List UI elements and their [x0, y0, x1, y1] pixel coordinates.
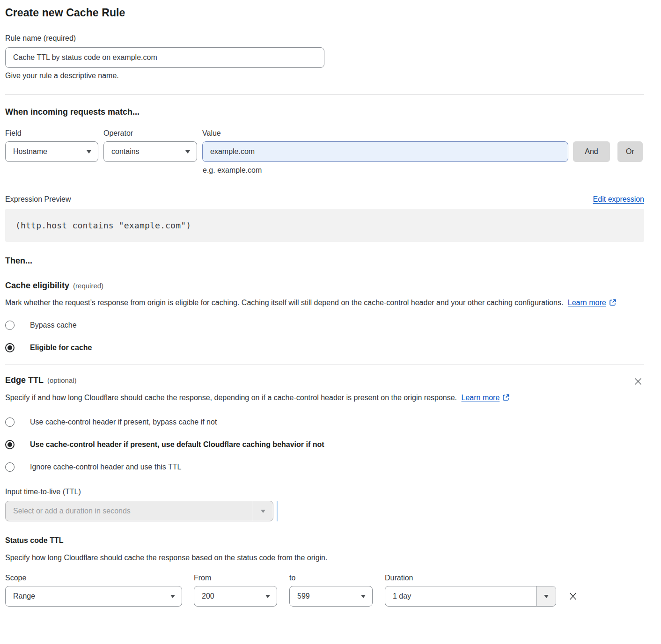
value-help: e.g. example.com	[5, 166, 644, 175]
expression-preview-label: Expression Preview	[5, 195, 71, 204]
rule-name-label: Rule name (required)	[5, 34, 644, 43]
radio-circle-checked-icon[interactable]	[5, 440, 15, 449]
chevron-down-icon	[361, 595, 366, 598]
duration-label: Duration	[385, 574, 413, 582]
expression-code-text: (http.host contains "example.com")	[15, 220, 191, 230]
delete-row-icon[interactable]	[567, 591, 579, 602]
radio-circle-icon[interactable]	[5, 417, 15, 427]
field-label: Field	[5, 129, 103, 138]
duration-select-value: 1 day	[385, 586, 536, 606]
expression-preview-code: (http.host contains "example.com")	[5, 209, 644, 242]
edge-ttl-description: Specify if and how long Cloudflare shoul…	[5, 391, 522, 405]
radio-label: Use cache-control header if present, use…	[30, 440, 324, 449]
cache-eligibility-description-text: Mark whether the request’s response from…	[5, 299, 563, 307]
chevron-down-icon	[87, 150, 91, 154]
value-label: Value	[202, 129, 221, 138]
rule-name-input[interactable]	[5, 47, 324, 68]
to-select[interactable]: 599	[289, 586, 373, 607]
operator-select-value: contains	[111, 147, 140, 156]
operator-label: Operator	[103, 129, 202, 138]
chevron-down-icon	[261, 510, 265, 513]
status-code-ttl-description: Specify how long Cloudflare should cache…	[5, 551, 644, 564]
dropdown-arrow-button[interactable]	[536, 586, 556, 606]
radio-label: Bypass cache	[30, 321, 77, 329]
radio-use-header-default[interactable]: Use cache-control header if present, use…	[5, 440, 644, 449]
radio-bypass-cache[interactable]: Bypass cache	[5, 321, 644, 330]
edge-ttl-heading: Edge TTL	[5, 375, 44, 385]
radio-use-header-bypass[interactable]: Use cache-control header if present, byp…	[5, 417, 644, 427]
from-select[interactable]: 200	[194, 586, 277, 607]
duration-select[interactable]: 1 day	[385, 586, 556, 607]
value-input[interactable]	[202, 141, 568, 162]
rule-name-help: Give your rule a descriptive name.	[5, 72, 644, 80]
page-title: Create new Cache Rule	[5, 7, 644, 19]
operator-select[interactable]: contains	[103, 141, 197, 162]
chevron-down-icon	[544, 595, 549, 598]
radio-circle-checked-icon[interactable]	[5, 343, 15, 352]
create-cache-rule-form: Create new Cache Rule Rule name (require…	[0, 0, 661, 607]
cache-eligibility-heading: Cache eligibility	[5, 281, 69, 290]
dropdown-arrow-button[interactable]	[253, 501, 273, 521]
chevron-down-icon	[185, 150, 190, 154]
ttl-duration-placeholder: Select or add a duration in seconds	[6, 507, 253, 515]
and-button[interactable]: And	[573, 141, 610, 162]
section-divider	[5, 95, 644, 95]
to-select-value: 599	[297, 592, 310, 600]
radio-eligible-for-cache[interactable]: Eligible for cache	[5, 343, 644, 352]
close-icon[interactable]	[632, 375, 644, 388]
section-divider	[5, 365, 644, 365]
chevron-down-icon	[265, 595, 270, 598]
radio-ignore-header[interactable]: Ignore cache-control header and use this…	[5, 462, 644, 472]
radio-circle-icon[interactable]	[5, 321, 15, 330]
external-link-icon	[609, 297, 617, 310]
from-label: From	[194, 574, 289, 582]
external-link-icon	[502, 392, 510, 405]
radio-circle-icon[interactable]	[5, 462, 15, 472]
match-heading: When incoming requests match...	[5, 107, 644, 117]
edge-ttl-learn-more-link[interactable]: Learn more	[462, 394, 500, 402]
cache-eligibility-description: Mark whether the request’s response from…	[5, 296, 635, 310]
edit-expression-link[interactable]: Edit expression	[593, 195, 644, 204]
cache-eligibility-learn-more-link[interactable]: Learn more	[568, 299, 606, 307]
radio-label: Ignore cache-control header and use this…	[30, 463, 181, 471]
to-label: to	[289, 574, 385, 582]
edge-ttl-description-text: Specify if and how long Cloudflare shoul…	[5, 394, 457, 402]
or-button[interactable]: Or	[617, 141, 643, 162]
optional-badge: (optional)	[47, 376, 77, 384]
status-code-ttl-heading: Status code TTL	[5, 536, 644, 545]
from-select-value: 200	[202, 592, 214, 600]
field-select[interactable]: Hostname	[5, 141, 98, 162]
scope-label: Scope	[5, 574, 194, 582]
then-heading: Then...	[5, 256, 644, 266]
text-cursor-bar	[277, 501, 278, 521]
scope-select[interactable]: Range	[5, 586, 182, 607]
scope-select-value: Range	[13, 592, 35, 600]
chevron-down-icon	[170, 595, 175, 598]
ttl-input-label: Input time-to-live (TTL)	[5, 488, 644, 496]
ttl-duration-select[interactable]: Select or add a duration in seconds	[5, 501, 273, 521]
radio-label: Use cache-control header if present, byp…	[30, 418, 217, 426]
field-select-value: Hostname	[13, 147, 47, 156]
required-badge: (required)	[73, 282, 103, 290]
radio-label: Eligible for cache	[30, 344, 92, 352]
